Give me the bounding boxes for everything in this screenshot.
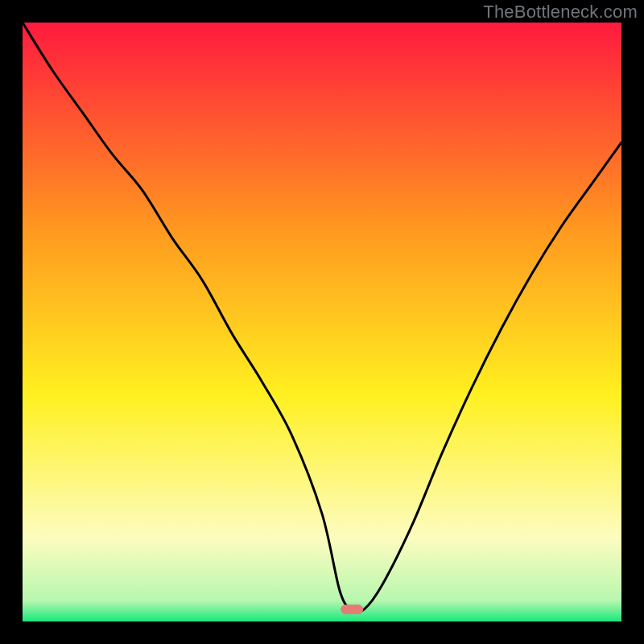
optimum-marker — [341, 605, 363, 614]
watermark-label: TheBottleneck.com — [483, 2, 638, 23]
chart-frame: TheBottleneck.com — [0, 0, 644, 644]
bottleneck-plot — [23, 23, 621, 621]
plot-background — [23, 23, 621, 621]
